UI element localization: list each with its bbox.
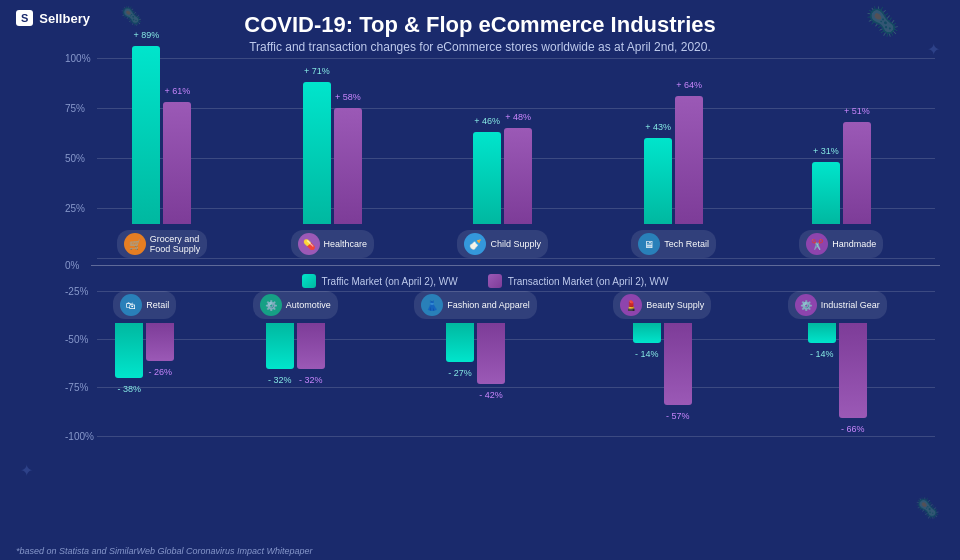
tech-transaction-bar: [675, 96, 703, 224]
legend-traffic-label: Traffic Market (on April 2), WW: [322, 276, 458, 287]
grocery-transaction-label: + 61%: [165, 86, 191, 96]
automotive-traffic-bar: [266, 323, 294, 369]
bar-group-automotive: ⚙️ Automotive - 32% - 32%: [253, 291, 338, 369]
beauty-traffic-bar: [633, 323, 661, 343]
logo: S Sellbery: [16, 10, 90, 26]
logo-box: S: [16, 10, 33, 26]
handmade-traffic-label: + 31%: [813, 146, 839, 156]
automotive-transaction-label: - 32%: [299, 375, 323, 385]
grocery-traffic-bar: [132, 46, 160, 224]
healthcare-traffic-label: + 71%: [304, 66, 330, 76]
legend-traffic: Traffic Market (on April 2), WW: [302, 274, 458, 288]
bar-group-grocery: + 89% + 61% 🛒 Grocery andFood Supply: [117, 46, 208, 258]
child-name: Child Supply: [490, 239, 541, 249]
tech-icon: 🖥: [638, 233, 660, 255]
beauty-traffic-label: - 14%: [635, 349, 659, 359]
tech-label: 🖥 Tech Retail: [631, 230, 716, 258]
logo-text: Sellbery: [39, 11, 90, 26]
legend-traffic-color: [302, 274, 316, 288]
child-icon: 🍼: [464, 233, 486, 255]
legend-transaction-color: [488, 274, 502, 288]
tech-name: Tech Retail: [664, 239, 709, 249]
retail-label: 🛍 Retail: [113, 291, 176, 319]
retail-traffic-bar: [115, 323, 143, 378]
grocery-name: Grocery andFood Supply: [150, 234, 201, 254]
handmade-name: Handmade: [832, 239, 876, 249]
industrial-icon: ⚙️: [795, 294, 817, 316]
fashion-transaction-bar: [477, 323, 505, 384]
bar-group-retail: 🛍 Retail - 38% - 26%: [113, 291, 176, 378]
bar-group-industrial: ⚙️ Industrial Gear - 14% - 66%: [788, 291, 887, 418]
child-label: 🍼 Child Supply: [457, 230, 548, 258]
industrial-transaction-bar: [839, 323, 867, 418]
beauty-label: 💄 Beauty Supply: [613, 291, 711, 319]
grocery-transaction-bar: [163, 102, 191, 224]
bar-group-child: + 46% + 48% 🍼 Child Supply: [457, 128, 548, 258]
grocery-traffic-label: + 89%: [134, 30, 160, 40]
bar-group-tech: + 43% + 64% 🖥 Tech Retail: [631, 96, 716, 258]
bar-group-beauty: 💄 Beauty Supply - 14% - 57%: [613, 291, 711, 405]
fashion-label: 👗 Fashion and Apparel: [414, 291, 537, 319]
fashion-icon: 👗: [421, 294, 443, 316]
bar-group-fashion: 👗 Fashion and Apparel - 27% - 42%: [414, 291, 537, 384]
healthcare-name: Healthcare: [324, 239, 368, 249]
healthcare-icon: 💊: [298, 233, 320, 255]
beauty-icon: 💄: [620, 294, 642, 316]
healthcare-transaction-bar: [334, 108, 362, 224]
automotive-transaction-bar: [297, 323, 325, 369]
retail-transaction-bar: [146, 323, 174, 361]
bar-group-healthcare: + 71% + 58% 💊 Healthcare: [291, 82, 375, 258]
top-bar-groups: + 89% + 61% 🛒 Grocery andFood Supply: [65, 58, 935, 258]
retail-name: Retail: [146, 300, 169, 310]
fashion-traffic-bar: [446, 323, 474, 362]
beauty-name: Beauty Supply: [646, 300, 704, 310]
child-traffic-label: + 46%: [474, 116, 500, 126]
grocery-label: 🛒 Grocery andFood Supply: [117, 230, 208, 258]
retail-transaction-label: - 26%: [148, 367, 172, 377]
industrial-transaction-label: - 66%: [841, 424, 865, 434]
handmade-transaction-bar: [843, 122, 871, 224]
child-transaction-label: + 48%: [505, 112, 531, 122]
beauty-transaction-bar: [664, 323, 692, 405]
healthcare-transaction-label: + 58%: [335, 92, 361, 102]
zero-legend-row: 0%: [65, 260, 940, 271]
beauty-transaction-label: - 57%: [666, 411, 690, 421]
retail-icon: 🛍: [120, 294, 142, 316]
tech-transaction-label: + 64%: [676, 80, 702, 90]
child-traffic-bar: [473, 132, 501, 224]
healthcare-traffic-bar: [303, 82, 331, 224]
handmade-icon: ✂️: [806, 233, 828, 255]
automotive-label: ⚙️ Automotive: [253, 291, 338, 319]
industrial-traffic-bar: [808, 323, 836, 343]
legend: Traffic Market (on April 2), WW Transact…: [30, 274, 940, 288]
industrial-label: ⚙️ Industrial Gear: [788, 291, 887, 319]
handmade-traffic-bar: [812, 162, 840, 224]
fashion-traffic-label: - 27%: [448, 368, 472, 378]
automotive-icon: ⚙️: [260, 294, 282, 316]
industrial-name: Industrial Gear: [821, 300, 880, 310]
bar-group-handmade: + 31% + 51% ✂️ Handmade: [799, 122, 883, 258]
bottom-bar-groups: 🛍 Retail - 38% - 26% ⚙️: [65, 291, 935, 436]
grocery-icon: 🛒: [124, 233, 146, 255]
automotive-name: Automotive: [286, 300, 331, 310]
footnote: *based on Statista and SimilarWeb Global…: [16, 546, 312, 556]
legend-transaction: Transaction Market (on April 2), WW: [488, 274, 669, 288]
handmade-label: ✂️ Handmade: [799, 230, 883, 258]
top-chart: 100% 75% 50% 25% + 89% + 61% 🛒: [65, 58, 935, 258]
zero-y-label: 0%: [65, 260, 79, 271]
legend-transaction-label: Transaction Market (on April 2), WW: [508, 276, 669, 287]
bottom-chart: -25% -50% -75% -100% 🛍 Retail - 38%: [65, 291, 935, 436]
automotive-traffic-label: - 32%: [268, 375, 292, 385]
child-transaction-bar: [504, 128, 532, 224]
retail-traffic-label: - 38%: [117, 384, 141, 394]
fashion-transaction-label: - 42%: [479, 390, 503, 400]
handmade-transaction-label: + 51%: [844, 106, 870, 116]
healthcare-label: 💊 Healthcare: [291, 230, 375, 258]
fashion-name: Fashion and Apparel: [447, 300, 530, 310]
industrial-traffic-label: - 14%: [810, 349, 834, 359]
tech-traffic-bar: [644, 138, 672, 224]
tech-traffic-label: + 43%: [645, 122, 671, 132]
